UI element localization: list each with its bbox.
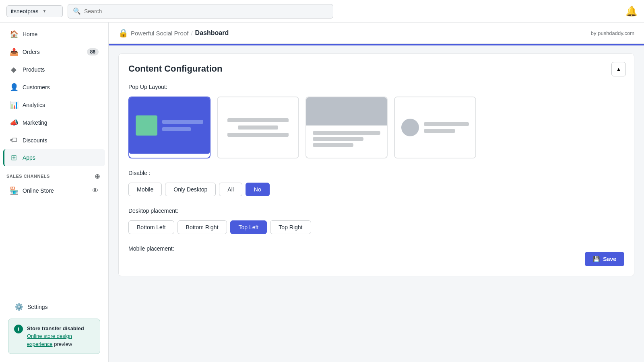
search-bar: 🔍 xyxy=(68,4,333,19)
sales-channels-section: SALES CHANNELS ⊕ xyxy=(0,167,108,182)
placement-bottom-right-button[interactable]: Bottom Right xyxy=(178,220,227,234)
analytics-icon: 📊 xyxy=(10,101,18,109)
layout-options xyxy=(128,97,624,158)
sidebar-item-label: Online Store xyxy=(23,187,54,194)
placement-top-right-button[interactable]: Top Right xyxy=(270,220,311,234)
sidebar-item-label: Discounts xyxy=(23,137,47,144)
layout1-thumb xyxy=(136,115,157,136)
sidebar-item-label: Products xyxy=(23,66,45,73)
layout-option-1[interactable] xyxy=(128,97,211,158)
content-header: 🔒 Powerful Social Proof / Dashboard by p… xyxy=(109,23,644,44)
layout3-line1 xyxy=(313,131,380,135)
placement-top-left-button[interactable]: Top Left xyxy=(230,220,267,234)
desktop-placement-options: Bottom Left Bottom Right Top Left Top Ri… xyxy=(128,220,624,234)
layout2-line2 xyxy=(238,125,279,130)
layout-option-4[interactable] xyxy=(394,97,476,158)
store-name: itsneotpras xyxy=(11,8,38,14)
bell-icon: 🔔 xyxy=(625,6,638,16)
desktop-placement-section: Desktop placement: Bottom Left Bottom Ri… xyxy=(128,208,624,234)
store-picker[interactable]: itsneotpras ▼ xyxy=(6,5,63,17)
customers-icon: 👤 xyxy=(10,83,18,92)
layout4-avatar xyxy=(401,119,419,136)
sidebar-nav: 🏠 Home 📥 Orders 86 ◆ Products 👤 Customer… xyxy=(0,23,108,203)
layout3-preview xyxy=(306,97,387,158)
layout1-preview xyxy=(129,97,210,154)
desktop-placement-label: Desktop placement: xyxy=(128,208,624,214)
layout1-lines xyxy=(162,120,203,131)
sidebar-item-marketing[interactable]: 📣 Marketing xyxy=(3,114,105,131)
products-icon: ◆ xyxy=(10,65,18,74)
app-logo-icon: 🔒 xyxy=(118,28,128,38)
content-configuration-card: Content Configuration ▲ Pop Up Layout: xyxy=(118,53,634,276)
disable-all-button[interactable]: All xyxy=(219,183,242,196)
layout3-line3 xyxy=(313,143,353,147)
layout1-line2 xyxy=(162,127,191,131)
orders-icon: 📥 xyxy=(10,47,18,56)
sales-channels-label: SALES CHANNELS xyxy=(6,174,50,179)
notification-button[interactable]: 🔔 xyxy=(625,6,638,17)
layout3-image xyxy=(306,97,387,125)
layout2-line3 xyxy=(227,133,288,137)
layout1-line1 xyxy=(162,120,203,124)
home-icon: 🏠 xyxy=(10,30,18,39)
disable-label: Disable : xyxy=(128,170,624,176)
sidebar-item-discounts[interactable]: 🏷 Discounts xyxy=(3,132,105,148)
online-store-icon: 🏪 xyxy=(10,186,18,195)
save-icon: 💾 xyxy=(593,256,600,262)
layout-option-2[interactable] xyxy=(217,97,299,158)
card-title: Content Configuration xyxy=(128,64,624,74)
top-bar-right: 🔔 xyxy=(625,6,638,17)
marketing-icon: 📣 xyxy=(10,118,18,127)
disable-section: Disable : Mobile Only Desktop All No xyxy=(128,170,624,196)
sidebar-bottom: ⚙️ Settings i Store transfer disabled On… xyxy=(0,294,108,362)
sidebar-item-products[interactable]: ◆ Products xyxy=(3,61,105,78)
sidebar-item-settings[interactable]: ⚙️ Settings xyxy=(8,298,100,315)
main-content: 🔒 Powerful Social Proof / Dashboard by p… xyxy=(109,23,644,362)
sidebar-item-orders[interactable]: 📥 Orders 86 xyxy=(3,43,105,60)
mobile-placement-label: Mobile placement: xyxy=(128,245,624,252)
disable-options: Mobile Only Desktop All No xyxy=(128,183,624,196)
disable-only-desktop-button[interactable]: Only Desktop xyxy=(165,183,216,196)
content-body: Content Configuration ▲ Pop Up Layout: xyxy=(109,53,644,286)
popup-layout-section: Pop Up Layout: xyxy=(128,84,624,158)
store-transfer-preview: preview xyxy=(54,341,72,347)
layout2-line1 xyxy=(227,118,288,122)
page-title: Dashboard xyxy=(195,29,229,37)
layout-option-3[interactable] xyxy=(305,97,388,158)
sidebar-item-online-store[interactable]: 🏪 Online Store 👁 xyxy=(3,182,105,199)
sidebar-item-analytics[interactable]: 📊 Analytics xyxy=(3,97,105,113)
disable-no-button[interactable]: No xyxy=(246,183,270,196)
layout4-line1 xyxy=(424,122,469,126)
search-input[interactable] xyxy=(84,8,328,14)
disable-mobile-button[interactable]: Mobile xyxy=(128,183,162,196)
top-bar: itsneotpras ▼ 🔍 🔔 xyxy=(0,0,644,23)
collapse-button[interactable]: ▲ xyxy=(611,62,626,76)
eye-icon[interactable]: 👁 xyxy=(92,187,99,194)
sidebar-item-home[interactable]: 🏠 Home xyxy=(3,26,105,43)
sidebar-item-label: Settings xyxy=(27,304,48,310)
sidebar: 🏠 Home 📥 Orders 86 ◆ Products 👤 Customer… xyxy=(0,23,109,362)
mobile-placement-section: Mobile placement: xyxy=(128,245,624,266)
sidebar-item-label: Apps xyxy=(23,154,35,161)
sidebar-item-label: Customers xyxy=(23,84,50,90)
store-transfer-text: Store transfer disabled Online store des… xyxy=(27,325,94,348)
sidebar-item-label: Analytics xyxy=(23,102,45,108)
add-sales-channel-button[interactable]: ⊕ xyxy=(93,172,102,181)
save-label: Save xyxy=(603,256,616,262)
search-icon: 🔍 xyxy=(73,7,81,15)
placement-bottom-left-button[interactable]: Bottom Left xyxy=(128,220,174,234)
by-text: by pushdaddy.com xyxy=(591,30,634,36)
store-transfer-box: i Store transfer disabled Online store d… xyxy=(8,319,100,354)
save-button[interactable]: 💾 Save xyxy=(585,252,624,266)
app-name: Powerful Social Proof xyxy=(131,30,188,37)
sidebar-item-apps[interactable]: ⊞ Apps xyxy=(3,149,105,166)
info-icon: i xyxy=(14,325,23,333)
breadcrumb: 🔒 Powerful Social Proof / Dashboard xyxy=(118,28,229,38)
store-transfer-title: Store transfer disabled xyxy=(27,325,84,331)
discounts-icon: 🏷 xyxy=(10,136,18,144)
sidebar-item-customers[interactable]: 👤 Customers xyxy=(3,79,105,96)
layout4-preview xyxy=(395,97,475,158)
layout2-preview xyxy=(218,97,298,158)
progress-bar xyxy=(109,44,644,45)
layout4-lines xyxy=(424,122,469,133)
